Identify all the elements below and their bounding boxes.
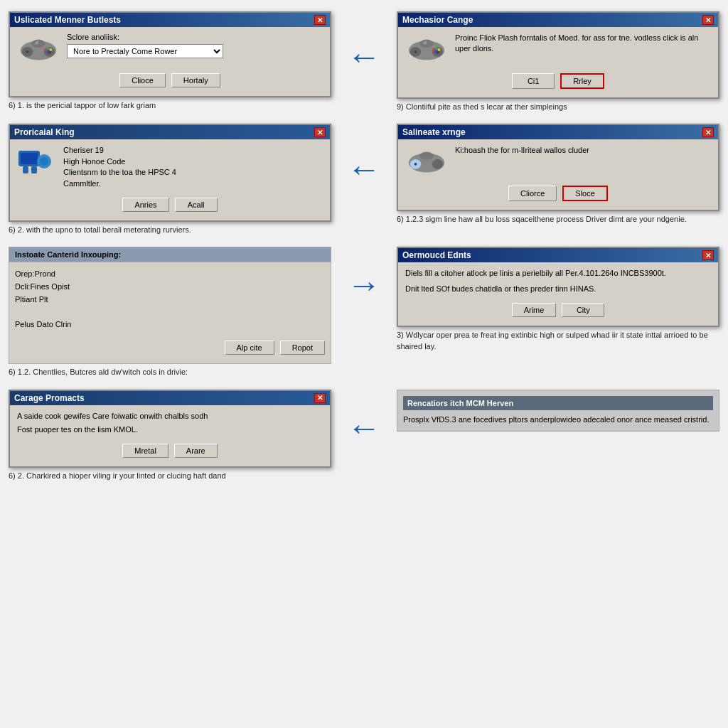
dialog-prorical-title: Proricaial King [14, 127, 75, 137]
svg-point-11 [49, 48, 52, 51]
controller-icon-1 [17, 33, 60, 65]
dialog-salineate-text: Ki:hoash the for m-lIriteal wallos clude… [455, 145, 711, 156]
dialog-carage: Carage Promacts ✕ A saide cook gewifes C… [9, 390, 331, 469]
svg-point-16 [414, 50, 417, 53]
dialog-oermoucd: Oermoucd Ednts ✕ Diels fill a citoher at… [397, 247, 719, 327]
carage-text2: Fost puoper tes on the lism KMOL. [17, 424, 323, 435]
hortaly-button[interactable]: Hortaly [171, 73, 220, 87]
panel-row4-right: Rencatiors itch MCM Herven Prosplx VfDS.… [392, 390, 724, 432]
svg-point-8 [44, 48, 47, 51]
dialog-uslicated-select[interactable]: Nore to Prectaly Come Rower [67, 44, 223, 58]
dialog-oermoucd-titlebar: Oermoucd Ednts ✕ [398, 248, 718, 262]
caption-row4-left: 6) 2. Charkired a hioper viling ir your … [9, 471, 331, 481]
svg-rect-27 [31, 166, 37, 173]
close-button-5[interactable]: ✕ [702, 250, 714, 260]
ropot-button[interactable]: Ropot [280, 341, 325, 355]
rec-box-rencatiors: Rencatiors itch MCM Herven Prosplx VfDS.… [397, 390, 719, 432]
oermoucd-buttons: Arime City [405, 299, 711, 320]
instoate-item-4: Pelus Dato Clrin [15, 318, 325, 331]
arare-button[interactable]: Arare [174, 444, 218, 458]
close-button-2[interactable]: ✕ [702, 15, 714, 25]
svg-rect-25 [21, 153, 38, 164]
dialog-salineate: Salineate xrnge ✕ Ki:hoash the for m [397, 124, 719, 211]
svg-point-20 [432, 48, 435, 51]
arrow-row4: ← [336, 390, 392, 445]
dialog-mechasior: Mechasior Cange ✕ [397, 11, 719, 99]
svg-rect-26 [23, 166, 28, 173]
svg-point-10 [47, 49, 50, 52]
dialog-prorical-titlebar: Proricaial King ✕ [10, 125, 330, 139]
svg-point-22 [435, 49, 438, 52]
sloce-button[interactable]: Sloce [562, 186, 608, 201]
alp-cite-button[interactable]: Alp cite [225, 341, 274, 355]
anries-button[interactable]: Anries [122, 198, 168, 212]
city-button[interactable]: City [562, 303, 604, 317]
svg-point-9 [47, 47, 50, 50]
svg-point-34 [414, 163, 417, 166]
dialog-mechasior-title: Mechasior Cange [402, 15, 473, 25]
svg-point-32 [432, 159, 443, 169]
controller-icon-4 [405, 145, 448, 177]
instoate-buttons: Alp cite Ropot [15, 336, 325, 358]
dialog-uslicated-titlebar: Uslicated Menner Butlests ✕ [10, 13, 330, 27]
panel-row2-right: Salineate xrnge ✕ Ki:hoash the for m [392, 124, 724, 225]
instoate-item-2: Pltiant Plt [15, 294, 325, 306]
arrow-row2: ← [336, 124, 392, 186]
panel-row1-right: Mechasior Cange ✕ [392, 11, 724, 112]
dialog-uslicated: Uslicated Menner Butlests ✕ [9, 11, 331, 97]
caption-row3-right: 3) Wdlycar oper prea te freat ing extinb… [397, 330, 719, 352]
dialog-mechasior-buttons: Ci1 Rrley [405, 69, 711, 92]
acall-button[interactable]: Acall [175, 198, 218, 212]
dialog-carage-title: Carage Promacts [14, 393, 85, 403]
close-button-4[interactable]: ✕ [702, 127, 714, 137]
svg-point-29 [40, 157, 48, 166]
svg-rect-7 [36, 41, 38, 44]
close-button-3[interactable]: ✕ [314, 127, 326, 137]
arrow-left-icon-2: ← [347, 152, 381, 186]
oermoucd-text2: Dnit lted SOf budes chatidla or thes pre… [405, 284, 711, 294]
dialog-uslicated-buttons: Clioce Hortaly [17, 69, 323, 90]
dialog-oermoucd-title: Oermoucd Ednts [402, 250, 471, 260]
dialog-mechasior-text: Proinc Fliok Plash forntalis of Moed. fo… [455, 33, 711, 55]
controller-icon-2 [405, 33, 448, 65]
close-button[interactable]: ✕ [314, 15, 326, 25]
dialog-salineate-buttons: Cliorce Sloce [405, 181, 711, 204]
close-button-6[interactable]: ✕ [314, 393, 326, 403]
instoate-item-3 [15, 306, 325, 318]
controller-icon-3 [17, 145, 56, 177]
panel-row3-right: Oermoucd Ednts ✕ Diels fill a citoher at… [392, 247, 724, 352]
panel-row2-left: Proricaial King ✕ [4, 124, 336, 235]
caption-row3-left: 6) 1.2. Chentlies, Butcres ald dw'witch … [9, 367, 331, 378]
arrow-right-icon: → [347, 268, 381, 302]
instoate-item-0: Orep:Prond [15, 268, 325, 281]
dialog-salineate-titlebar: Salineate xrnge ✕ [398, 125, 718, 139]
dialog-uslicated-label: Sclore anoliisk: [67, 33, 323, 41]
instoate-title: Instoate Canterid Inxouping: [9, 247, 331, 262]
dialog-prorical: Proricaial King ✕ [9, 124, 331, 222]
panel-row1-left: Uslicated Menner Butlests ✕ [4, 11, 336, 111]
mretal-button[interactable]: Mretal [122, 444, 168, 458]
ci1-button[interactable]: Ci1 [512, 73, 555, 89]
cliorce-button[interactable]: Cliorce [508, 186, 557, 201]
rec-box-text: Prosplx VfDS.3 ane focedives pltors ande… [403, 414, 713, 425]
rec-box-title: Rencatiors itch MCM Herven [403, 396, 713, 410]
rrley-button[interactable]: Rrley [560, 73, 604, 89]
panel-instoate: Instoate Canterid Inxouping: Orep:Prond … [9, 247, 331, 364]
arrow-left-icon-3: ← [347, 411, 381, 445]
dialog-prorical-lines: Cheriser 19 High Honoe Code Clientsnm to… [63, 145, 176, 189]
dialog-salineate-title: Salineate xrnge [402, 127, 466, 137]
clioce-button[interactable]: Clioce [119, 73, 166, 87]
arrow-row1: ← [336, 11, 392, 74]
dialog-prorical-buttons: Anries Acall [17, 193, 323, 215]
caption-row2-left: 6) 2. with the upno to totall berall met… [9, 225, 331, 235]
caption-row2-right: 6) 1.2.3 sigm line haw all bu loss sqace… [397, 214, 719, 225]
svg-rect-19 [424, 41, 427, 44]
panel-row4-left: Carage Promacts ✕ A saide cook gewifes C… [4, 390, 336, 482]
caption-row1-right: 9) Clontiiful pite as thed s lecar at th… [397, 102, 719, 112]
svg-point-33 [419, 151, 433, 160]
arrow-row3: → [336, 247, 392, 302]
svg-point-4 [26, 50, 29, 53]
arime-button[interactable]: Arime [512, 303, 557, 317]
svg-point-23 [437, 48, 440, 51]
panel-row3-left: Instoate Canterid Inxouping: Orep:Prond … [4, 247, 336, 378]
